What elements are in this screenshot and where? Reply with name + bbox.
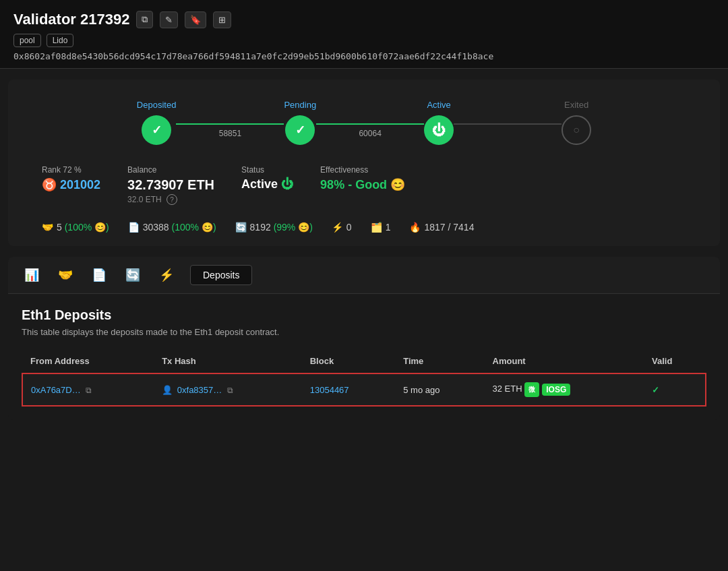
- slashings-value: 0: [346, 222, 352, 233]
- tx-copy-icon[interactable]: ⧉: [227, 386, 233, 395]
- stat-balance: Balance 32.73907 ETH 32.0 ETH ?: [127, 165, 214, 205]
- tag-pool: pool: [13, 34, 41, 47]
- col-time: Time: [395, 349, 484, 373]
- step-exited-label: Exited: [564, 100, 588, 110]
- icon-stat-slashings: ⚡ 0: [332, 222, 352, 233]
- rank-label: Rank 72 %: [42, 165, 100, 175]
- icon-stat-proposals: 📄 30388 (100% 😊): [128, 222, 216, 233]
- col-block: Block: [302, 349, 395, 373]
- icon-stat-sync: 🔄 8192 (99% 😊): [235, 222, 313, 233]
- eth-value: 1817 / 7414: [424, 222, 474, 233]
- grid-button[interactable]: ⊞: [213, 11, 231, 28]
- step-active-circle: ⏻: [424, 115, 454, 145]
- tabs-bar: 📊 🤝 📄 🔄 ⚡ Deposits: [8, 257, 720, 294]
- icon-stat-attestations: 🤝 5 (100% 😊): [42, 222, 109, 233]
- step-active-label: Active: [427, 100, 450, 110]
- tab-icon-chart[interactable]: 📊: [22, 265, 42, 285]
- tab-deposits-button[interactable]: Deposits: [190, 265, 252, 285]
- balance-sub: 32.0 ETH ?: [127, 194, 214, 205]
- from-copy-icon[interactable]: ⧉: [86, 386, 92, 395]
- main-card: Deposited ✓ 58851 Pending ✓ 60064 Active…: [8, 80, 720, 246]
- cell-time: 5 mo ago: [395, 373, 484, 406]
- status-label: Status: [241, 165, 293, 175]
- content-area: Eth1 Deposits This table displays the de…: [8, 294, 720, 420]
- connector-2: 60064: [316, 100, 424, 138]
- lifecycle-stepper: Deposited ✓ 58851 Pending ✓ 60064 Active…: [28, 100, 700, 145]
- icons-row: 🤝 5 (100% 😊) 📄 30388 (100% 😊) 🔄 8192 (99…: [28, 222, 700, 233]
- tab-icon-proposals[interactable]: 📄: [89, 265, 109, 285]
- attestations-icon: 🤝: [42, 222, 53, 233]
- table-header: From Address Tx Hash Block Time Amount V…: [22, 349, 706, 373]
- table-body: 0xA76a7D… ⧉ 👤 0xfa8357… ⧉ 13054467 5 mo …: [22, 373, 706, 406]
- page-title: Validator 217392: [13, 11, 129, 28]
- step-pending-label: Pending: [284, 100, 316, 110]
- step-active: Active ⏻: [424, 100, 454, 145]
- from-address-link[interactable]: 0xA76a7D…: [31, 385, 81, 395]
- section-title: Eth1 Deposits: [22, 307, 706, 323]
- iosg-badge: IOSG: [542, 384, 570, 396]
- bookmark-button[interactable]: 🔖: [185, 11, 206, 28]
- valid-checkmark: ✓: [652, 385, 659, 395]
- info-icon[interactable]: ?: [166, 194, 177, 205]
- sync-icon: 🔄: [235, 222, 247, 233]
- cell-valid: ✓: [644, 373, 706, 406]
- step-deposited-label: Deposited: [137, 100, 177, 110]
- icon-stat-eth: 🔥 1817 / 7414: [409, 222, 474, 233]
- amount-value: 32 ETH: [493, 384, 522, 394]
- stat-status: Status Active ⏻: [241, 165, 293, 191]
- effectiveness-value: 98% - Good 😊: [320, 177, 405, 192]
- col-from: From Address: [22, 349, 154, 373]
- deposits-table: From Address Tx Hash Block Time Amount V…: [22, 349, 706, 407]
- status-active-icon: ⏻: [281, 177, 293, 191]
- tabs-section: 📊 🤝 📄 🔄 ⚡ Deposits: [8, 257, 720, 294]
- connector-num-1: 58851: [219, 129, 241, 138]
- tx-hash-link[interactable]: 0xfa8357…: [177, 385, 222, 395]
- slashings-icon: ⚡: [332, 222, 343, 233]
- check-icon: ✓: [152, 123, 162, 138]
- col-txhash: Tx Hash: [154, 349, 302, 373]
- eth-icon: 🔥: [409, 222, 421, 233]
- proposals-icon: 📄: [128, 222, 140, 233]
- block-number[interactable]: 13054467: [310, 385, 349, 395]
- deposits-icon: 🗂️: [371, 222, 382, 233]
- table-row: 0xA76a7D… ⧉ 👤 0xfa8357… ⧉ 13054467 5 mo …: [22, 373, 706, 406]
- circle-icon: ○: [573, 124, 580, 136]
- step-deposited-circle: ✓: [142, 115, 171, 145]
- connector-line-1: [176, 123, 284, 125]
- validator-address[interactable]: 0x8602af08d8e5430b56dcd954c17d78ea766df5…: [13, 51, 715, 61]
- tab-icon-attestations[interactable]: 🤝: [55, 265, 75, 285]
- cell-txhash: 👤 0xfa8357… ⧉: [154, 373, 302, 406]
- rank-value: ♉ 201002: [42, 177, 100, 192]
- header: Validator 217392 ⧉ ✎ 🔖 ⊞ pool Lido 0x860…: [0, 0, 728, 69]
- section-desc: This table displays the deposits made to…: [22, 327, 706, 337]
- sync-value: 8192 (99% 😊): [250, 222, 313, 233]
- tab-icon-slashings[interactable]: ⚡: [156, 265, 177, 285]
- col-amount: Amount: [485, 349, 644, 373]
- col-valid: Valid: [644, 349, 706, 373]
- deposits-count: 1: [386, 222, 391, 233]
- tab-icon-sync[interactable]: 🔄: [123, 265, 143, 285]
- stat-rank: Rank 72 % ♉ 201002: [42, 165, 100, 192]
- stats-row: Rank 72 % ♉ 201002 Balance 32.73907 ETH …: [28, 165, 700, 205]
- tag-lido: Lido: [47, 34, 74, 47]
- connector-1: 58851: [176, 100, 284, 138]
- time-value: 5 mo ago: [403, 385, 439, 395]
- step-exited-circle: ○: [562, 115, 591, 145]
- effectiveness-label: Effectiveness: [320, 165, 405, 175]
- tags-row: pool Lido: [13, 34, 715, 47]
- step-exited: Exited ○: [562, 100, 591, 145]
- balance-text: 32.73907 ETH: [127, 177, 214, 192]
- edit-button[interactable]: ✎: [160, 11, 178, 28]
- connector-num-2: 60064: [359, 129, 381, 138]
- step-pending-circle: ✓: [285, 115, 315, 145]
- step-deposited: Deposited ✓: [137, 100, 177, 145]
- copy-button[interactable]: ⧉: [136, 11, 153, 28]
- check-icon-2: ✓: [295, 123, 305, 138]
- balance-label: Balance: [127, 165, 214, 175]
- power-icon: ⏻: [432, 123, 446, 138]
- watermark-badge: 微 IOSG: [524, 382, 570, 397]
- cell-amount: 32 ETH 微 IOSG: [485, 373, 644, 406]
- wechat-icon: 微: [524, 382, 539, 397]
- connector-line-3: [454, 123, 562, 125]
- tx-hash-prefix-icon: 👤: [162, 385, 173, 395]
